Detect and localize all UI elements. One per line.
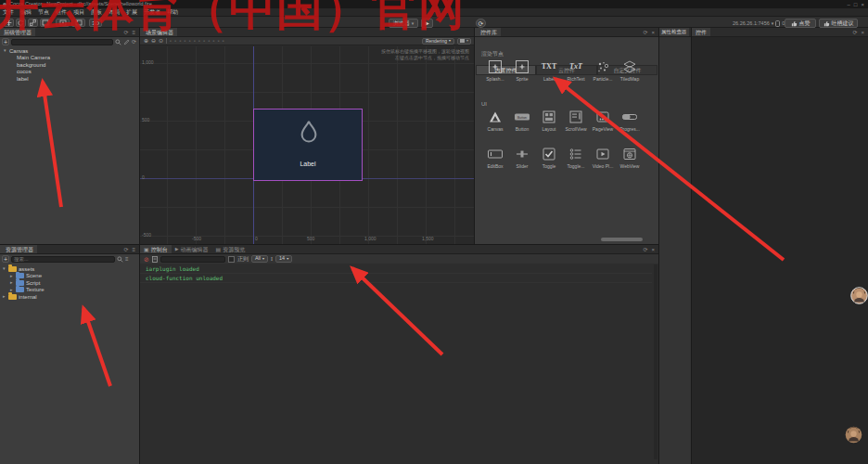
tab-asset-preview[interactable]: ▤ 资源预览 — [212, 245, 249, 253]
watermark-text: 开云体育（中国）官网 — [0, 0, 466, 32]
assets-search-input[interactable] — [11, 256, 115, 263]
node-item-pageview[interactable]: PageView — [590, 108, 616, 132]
hierarchy-search-input[interactable] — [11, 39, 113, 45]
asset-folder-texture[interactable]: ▸ Texture — [0, 287, 139, 294]
asset-folder-assets[interactable]: ▾ assets — [0, 265, 139, 273]
support-avatar[interactable] — [845, 426, 862, 444]
panel-refresh-icon[interactable]: ⟳ — [643, 30, 647, 35]
zoom-in-icon[interactable]: ⊕ — [144, 38, 148, 44]
text-size-icon: I — [271, 256, 273, 262]
gizmo-dropdown[interactable]: Rendering ▾ — [422, 38, 454, 45]
node-item-label[interactable]: TXT Label — [536, 58, 562, 82]
sort-icon[interactable]: ≡ — [125, 256, 129, 262]
tree-node-cocos[interactable]: cocos — [0, 69, 139, 76]
asset-folder-internal[interactable]: ▸ internal — [0, 293, 139, 301]
canvas-node[interactable]: Label — [253, 109, 363, 181]
panel-close-icon[interactable]: × — [651, 30, 655, 35]
panel-refresh-icon[interactable]: ⟳ — [852, 30, 857, 35]
console-scrollbar[interactable] — [654, 264, 657, 459]
collapse-log-icon[interactable] — [152, 256, 158, 263]
ruler-bottom-value: 1,500 — [422, 237, 434, 241]
log-level-dropdown[interactable]: All ▾ — [251, 255, 268, 263]
splitter-inspector-widget[interactable] — [691, 28, 692, 464]
panel-menu-icon[interactable]: ≡ — [132, 247, 135, 252]
font-size-dropdown[interactable]: 14 ▾ — [275, 255, 292, 263]
maximize-button[interactable]: □ — [854, 2, 858, 7]
panel-close-icon[interactable]: × — [861, 30, 864, 35]
node-item-button[interactable]: Button Button — [509, 108, 535, 132]
minimize-button[interactable]: – — [848, 2, 850, 7]
add-asset-button[interactable]: + — [2, 255, 9, 263]
toggle-icon — [542, 147, 556, 161]
panel-close-icon[interactable]: × — [651, 247, 655, 252]
assets-tab[interactable]: 资源管理器 — [0, 245, 37, 253]
feedback-button[interactable]: 吐槽建议 — [819, 19, 858, 28]
node-item-editbox[interactable]: EditBox — [482, 145, 508, 169]
clear-console-icon[interactable]: ⊘ — [144, 256, 149, 263]
search-icon[interactable] — [117, 256, 123, 263]
scene-toolbar: ⊕ ⊖ ⊙ ▫ ▫ ▫ ▫ ▫ ▫ ▫ ▫ ▫ ▫ ▫ ▫ Rendering … — [140, 37, 475, 45]
like-button[interactable]: 点赞 — [785, 19, 816, 28]
splitter-left[interactable] — [139, 28, 140, 464]
align-tools-icons[interactable]: ▫ ▫ ▫ ▫ ▫ ▫ ▫ ▫ ▫ ▫ ▫ ▫ — [170, 39, 225, 44]
support-avatar[interactable] — [850, 287, 868, 304]
zoom-reset-icon[interactable]: ⊙ — [159, 38, 163, 44]
address-value: 26.26.26.1:7456 — [733, 21, 770, 27]
console-log-line[interactable]: cloud-function unloaded — [140, 274, 652, 283]
node-item-toggle-container[interactable]: Toggle... — [563, 145, 589, 169]
node-item-canvas[interactable]: Canvas — [482, 108, 508, 132]
panel-refresh-icon[interactable]: ⟳ — [643, 247, 647, 252]
inspector-panel: 属性检查器 — [659, 28, 691, 464]
animation-tab-icon: ▶ — [175, 247, 179, 251]
chevron-down-icon[interactable]: ▾ — [772, 21, 774, 26]
node-item-particle[interactable]: Particle... — [590, 58, 616, 82]
horizontal-scrollbar[interactable] — [601, 238, 643, 241]
assets-tree: ▾ assets ▸ Scene ▸ Script ▸ Texture ▸ — [0, 265, 139, 301]
tab-animation-editor[interactable]: ▶ 动画编辑器 — [172, 245, 212, 253]
splitter-hierarchy-assets[interactable] — [0, 244, 139, 245]
asset-folder-script[interactable]: ▸ Script — [0, 279, 139, 287]
thumbs-up-icon — [791, 20, 798, 27]
tree-node-label[interactable]: label — [0, 75, 139, 83]
console-tab-icon: ▣ — [144, 247, 149, 252]
edit-icon[interactable] — [123, 39, 130, 45]
asset-folder-scene[interactable]: ▸ Scene — [0, 273, 139, 280]
node-item-slider[interactable]: Slider — [509, 145, 535, 169]
search-icon[interactable] — [115, 39, 121, 45]
refresh-preview-button[interactable]: ⟳ — [476, 19, 486, 28]
node-item-sprite-splash[interactable]: Splash... — [482, 58, 508, 82]
node-item-videoplayer[interactable]: Video Pl... — [590, 145, 616, 169]
thumbs-up-icon — [823, 20, 830, 27]
splitter-right[interactable] — [658, 28, 659, 464]
node-item-webview[interactable]: WebView — [617, 145, 643, 169]
chevron-down-icon: ▾ — [287, 257, 288, 261]
scene-viewport[interactable]: 按住鼠标右键拖拽平移视图，滚轮缩放视图 左键点击选中节点，拖拽可移动节点 Lab… — [140, 46, 475, 244]
label-icon: TXT — [542, 63, 556, 71]
splitter-scene-library[interactable] — [474, 28, 475, 244]
regex-checkbox[interactable] — [228, 256, 235, 263]
close-button[interactable]: × — [861, 2, 864, 7]
tree-node-main-camera[interactable]: Main Camera — [0, 55, 139, 62]
reset-filter-icon[interactable]: ⟳ — [132, 39, 136, 45]
tab-console[interactable]: ▣ 控制台 — [140, 245, 172, 253]
node-library-tab[interactable]: 控件库 — [475, 28, 501, 36]
console-log-line[interactable]: iarplugin loaded — [140, 264, 652, 274]
node-item-tiledmap[interactable]: TiledMap — [617, 58, 643, 82]
widget-tab[interactable]: 控件 — [692, 28, 710, 36]
node-item-layout[interactable]: Layout — [536, 108, 562, 132]
node-item-richtext[interactable]: TxT RichText — [563, 58, 589, 82]
node-item-toggle[interactable]: Toggle — [536, 145, 562, 169]
inspector-tab[interactable]: 属性检查器 — [659, 28, 689, 36]
splitter-scene-console[interactable] — [140, 244, 658, 245]
canvas-label-text: Label — [254, 161, 362, 167]
node-item-progressbar[interactable]: Progres... — [617, 108, 643, 132]
add-node-button[interactable]: + — [2, 38, 9, 45]
color-swatch-dropdown[interactable]: ▾ — [457, 38, 471, 45]
node-item-sprite[interactable]: Sprite — [509, 58, 535, 82]
panel-refresh-icon[interactable]: ⟳ — [123, 247, 128, 252]
node-item-scrollview[interactable]: ScrollView — [563, 108, 589, 132]
console-filter-input[interactable] — [160, 256, 225, 263]
tree-node-canvas[interactable]: ▾ Canvas — [0, 47, 139, 55]
zoom-out-icon[interactable]: ⊖ — [151, 38, 156, 44]
tree-node-background[interactable]: background — [0, 61, 139, 69]
